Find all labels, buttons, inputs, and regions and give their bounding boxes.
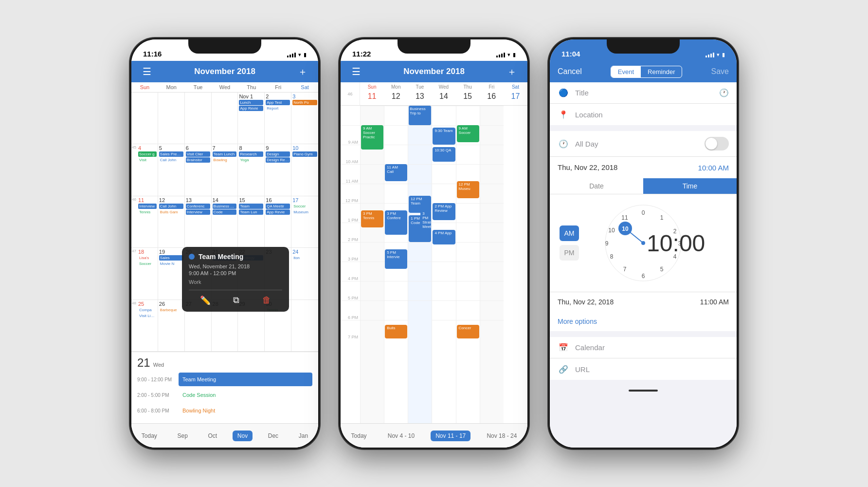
tab-sep[interactable]: Sep [172,431,192,441]
cell-17[interactable]: 17 Soccer Museum [291,196,318,247]
event-bar-1[interactable]: Team Meeting [179,373,312,386]
wday-sat[interactable]: Sat 17 [504,82,527,105]
seg-event[interactable]: Event [611,66,641,77]
w-event-9soccer[interactable]: 9 AM Soccer [457,125,479,142]
pm-button[interactable]: PM [560,245,579,261]
date-value[interactable]: Thu, Nov 22, 2018 [558,163,617,171]
cell-12[interactable]: 12 Call John Bulls Gam [158,196,185,247]
more-options-link[interactable]: More options [558,318,597,325]
w-event-biztrip[interactable]: Business Trip to [409,106,431,125]
cell-9[interactable]: 9 Design Design Report [265,144,291,195]
wday-sun[interactable]: Sun 11 [360,82,384,105]
cell-empty-1[interactable] [131,93,158,144]
status-time-1: 11:16 [143,50,162,58]
cell-empty-sat[interactable] [291,300,318,351]
cell-14[interactable]: 14 Business Trip to Code [212,196,238,247]
cell-8[interactable]: 8 Research Yoga [238,144,265,195]
cell-26[interactable]: 26 Barbeque [158,300,185,351]
cell-16[interactable]: 16 QA Meetir App Revie [265,196,291,247]
tab-nov-1[interactable]: Nov [233,431,253,441]
wday-thu[interactable]: Thu 15 [456,82,480,105]
battery-icon-2: ▮ [513,52,516,58]
event-lunch[interactable]: Lunch [239,100,263,105]
event-bar-2[interactable]: Code Session [179,388,312,402]
tab-jan[interactable]: Jan [294,431,313,441]
cell-10[interactable]: 10 Piano Gym [291,144,318,195]
cell-18[interactable]: 47 18 Lisa's Soccer [131,248,158,299]
cell-4[interactable]: 45 4 Soccer g Visit [131,144,158,195]
w-event-12museu[interactable]: 12 PM Museu [457,181,479,198]
cell-15[interactable]: 15 Team Team Lun [238,196,265,247]
event-apptest[interactable]: App Test [266,100,290,105]
cell-25[interactable]: 48 25 Compa Visit Libra [131,300,158,351]
cell-11[interactable]: 46 11 Interview Tennis [131,196,158,247]
w-event-4pmapp[interactable]: 4 PM App [433,230,455,244]
w-event-1030qa[interactable]: 10:30 QA [433,147,455,162]
am-button[interactable]: AM [560,225,579,241]
event-bar-3[interactable]: Bowling Night [179,404,312,417]
location-field[interactable]: Location [575,111,729,119]
w-event-tennis[interactable]: 3 PM Tennis [361,210,383,227]
col-fri: 9 AM Soccer 12 PM Museu Concer [456,106,480,423]
cell-empty-4[interactable] [212,93,238,144]
cell-24[interactable]: 24 lton [291,248,318,299]
cancel-button[interactable]: Cancel [558,67,582,76]
event-apprevie[interactable]: App Revie [239,106,263,111]
cell-nov1[interactable]: Nov 1 Lunch App Revie [238,93,265,144]
tab-nov11[interactable]: Nov 11 - 17 [431,431,470,441]
tab-today-2[interactable]: Today [346,431,372,441]
menu-icon-1[interactable]: ☰ [139,66,155,77]
seg-reminder[interactable]: Reminder [641,66,682,77]
cell-5[interactable]: 5 Sales Presenta Call John [158,144,185,195]
calendar-label[interactable]: Calendar [575,343,729,352]
allday-toggle[interactable] [705,137,729,150]
cell-6[interactable]: 6 Visit Clier Brainstor [185,144,212,195]
time-display: 10:00 [647,230,705,257]
col-mon: 11 AM Call 3 PM Confere 5 PM Intervie Bu… [384,106,408,423]
delete-icon[interactable]: 🗑 [262,295,271,306]
tab-today-1[interactable]: Today [137,431,162,441]
month-row-1: Nov 1 Lunch App Revie 2 App Test Report … [131,93,318,144]
cell-empty-3[interactable] [185,93,212,144]
time-tab[interactable]: Time [643,178,737,194]
wday-tue[interactable]: Tue 13 [408,82,432,105]
w-event-call[interactable]: 11 AM Call [385,164,407,181]
wday-fri[interactable]: Fri 16 [480,82,504,105]
cell-19[interactable]: 19 Sales Movie N [158,248,185,299]
event-northpo[interactable]: North Po [292,100,317,105]
edit-icon[interactable]: ✏️ [200,295,211,306]
popup-header: Team Meeting [189,253,282,261]
cell-13[interactable]: 13 Conferenc Interview [185,196,212,247]
time-value[interactable]: 10:00 AM [698,164,729,172]
copy-icon[interactable]: ⧉ [233,295,239,306]
w-event-confere[interactable]: 3 PM Confere [385,210,407,235]
tab-dec[interactable]: Dec [263,431,283,441]
wday-mon[interactable]: Mon 12 [384,82,408,105]
w-event-intervie[interactable]: 5 PM Intervie [385,249,407,269]
title-field[interactable]: Title [575,89,719,97]
wday-wed[interactable]: Wed 14 [432,82,455,105]
popup-date: Wed, November 21, 2018 [189,263,282,269]
tab-oct[interactable]: Oct [203,431,222,441]
tab-nov4[interactable]: Nov 4 - 10 [383,431,419,441]
url-field[interactable]: URL [575,365,729,374]
date-tab[interactable]: Date [550,178,643,194]
add-icon-2[interactable]: ＋ [504,65,520,78]
event-report[interactable]: Report [266,106,290,111]
tab-nov18[interactable]: Nov 18 - 24 [482,431,522,441]
w-event-2pmapp[interactable]: 2 PM App Review [433,203,455,220]
cell-nov3[interactable]: 3 North Po [291,93,318,144]
clock-icon: 🕐 [558,139,569,149]
w-event-concer[interactable]: Concer [457,325,479,338]
cell-nov2[interactable]: 2 App Test Report [265,93,291,144]
w-event-bulls[interactable]: Bulls [385,325,407,338]
w-event-930team[interactable]: 9:30 Team [433,128,455,145]
event-time-1: 9:00 - 12:00 PM [137,377,179,382]
menu-icon-2[interactable]: ☰ [348,66,364,77]
add-icon-1[interactable]: ＋ [295,65,310,78]
w-event-soccer[interactable]: 9 AM Soccer Practic [361,125,383,150]
save-button[interactable]: Save [711,67,729,76]
w-event-strategy[interactable]: 3 PM Strategy Meetng [420,210,431,240]
cell-empty-2[interactable] [158,93,185,144]
cell-7[interactable]: 7 Team Lunch Bowling [212,144,238,195]
